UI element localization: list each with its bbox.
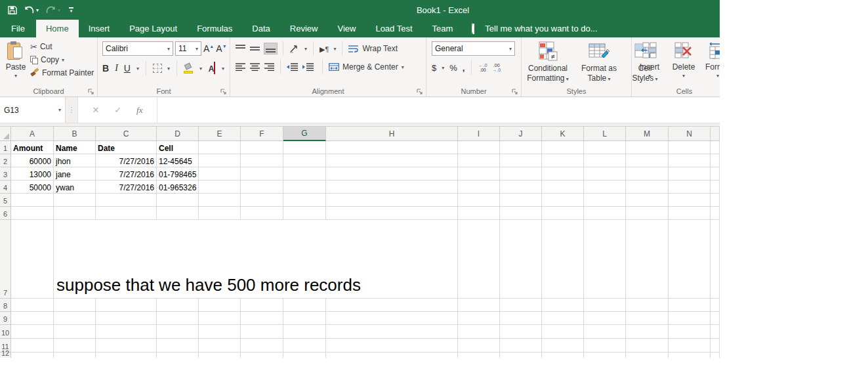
- cell-F8[interactable]: [241, 299, 283, 312]
- cell-H2[interactable]: [326, 154, 458, 167]
- cell-A6[interactable]: [11, 207, 54, 220]
- cell-I8[interactable]: [458, 299, 500, 312]
- cell-D9[interactable]: [157, 312, 199, 325]
- merge-center-button[interactable]: Merge & Center ▾: [329, 62, 404, 72]
- row-header-7[interactable]: 7: [0, 220, 11, 299]
- cell-N2[interactable]: [669, 154, 711, 167]
- cell-I11[interactable]: [458, 339, 500, 352]
- cell-I1[interactable]: [458, 141, 500, 154]
- cell-G10[interactable]: [283, 325, 326, 339]
- cell-D4[interactable]: 01-965326: [157, 181, 199, 194]
- cell-H8[interactable]: [326, 299, 458, 312]
- cell-F3[interactable]: [241, 167, 283, 181]
- number-format-dropdown-icon[interactable]: ▾: [509, 46, 512, 52]
- cell-A3[interactable]: 13000: [11, 167, 54, 181]
- wrap-text-button[interactable]: Wrap Text: [348, 44, 398, 53]
- cell-partial-10[interactable]: [711, 325, 720, 339]
- cell-I9[interactable]: [458, 312, 500, 325]
- align-center-button[interactable]: [250, 63, 260, 71]
- cell-M7[interactable]: [626, 220, 669, 299]
- cell-B8[interactable]: [54, 299, 96, 312]
- cell-I12[interactable]: [458, 352, 500, 358]
- cell-J12[interactable]: [500, 352, 542, 358]
- cell-A4[interactable]: 50000: [11, 181, 54, 194]
- cell-E2[interactable]: [199, 154, 241, 167]
- top-align-button[interactable]: [236, 45, 245, 53]
- cell-L3[interactable]: [584, 167, 626, 181]
- cell-K5[interactable]: [542, 194, 584, 207]
- cell-C1[interactable]: Date: [96, 141, 157, 154]
- cell-K7[interactable]: [542, 220, 584, 299]
- cell-N11[interactable]: [669, 339, 711, 352]
- tab-home[interactable]: Home: [36, 20, 79, 37]
- column-header-G[interactable]: G: [283, 127, 326, 141]
- cell-D6[interactable]: [157, 207, 199, 220]
- column-header-E[interactable]: E: [199, 127, 241, 141]
- cell-D8[interactable]: [157, 299, 199, 312]
- orientation-dropdown-icon[interactable]: ▾: [304, 46, 307, 52]
- borders-button[interactable]: [153, 64, 162, 73]
- increase-indent-button[interactable]: [302, 63, 314, 71]
- cell-D5[interactable]: [157, 194, 199, 207]
- cell-F5[interactable]: [241, 194, 283, 207]
- cell-A8[interactable]: [11, 299, 54, 312]
- cell-B10[interactable]: [54, 325, 96, 339]
- format-painter-button[interactable]: Format Painter: [30, 66, 94, 79]
- cell-K1[interactable]: [542, 141, 584, 154]
- alignment-dialog-launcher-icon[interactable]: [417, 89, 423, 95]
- cell-N1[interactable]: [669, 141, 711, 154]
- cell-F11[interactable]: [241, 339, 283, 352]
- formula-input[interactable]: [157, 97, 720, 123]
- cell-E9[interactable]: [199, 312, 241, 325]
- cell-H12[interactable]: [326, 352, 458, 358]
- tab-page-layout[interactable]: Page Layout: [119, 20, 187, 37]
- cell-B1[interactable]: Name: [54, 141, 96, 154]
- select-all-corner[interactable]: [0, 127, 11, 141]
- cell-A1[interactable]: Amount: [11, 141, 54, 154]
- cell-L4[interactable]: [584, 181, 626, 194]
- cell-C9[interactable]: [96, 312, 157, 325]
- cell-L10[interactable]: [584, 325, 626, 339]
- cell-J11[interactable]: [500, 339, 542, 352]
- cell-I4[interactable]: [458, 181, 500, 194]
- italic-button[interactable]: I: [115, 63, 118, 74]
- cell-M3[interactable]: [626, 167, 669, 181]
- tab-formulas[interactable]: Formulas: [187, 20, 242, 37]
- format-dropdown-icon[interactable]: ▾: [704, 73, 720, 79]
- cell-B3[interactable]: jane: [54, 167, 96, 181]
- cell-G3[interactable]: [283, 167, 326, 181]
- cell-L7[interactable]: [584, 220, 626, 299]
- column-header-K[interactable]: K: [542, 127, 584, 141]
- name-box[interactable]: G13 ▾: [0, 97, 66, 123]
- cell-K2[interactable]: [542, 154, 584, 167]
- cell-N7[interactable]: [669, 220, 711, 299]
- currency-format-button[interactable]: $: [432, 63, 436, 73]
- cell-G12[interactable]: [283, 352, 326, 358]
- cell-N10[interactable]: [669, 325, 711, 339]
- paste-button[interactable]: Paste ▾: [3, 41, 29, 79]
- font-name-dropdown-icon[interactable]: ▾: [167, 46, 170, 52]
- cell-J2[interactable]: [500, 154, 542, 167]
- cell-L8[interactable]: [584, 299, 626, 312]
- cell-K3[interactable]: [542, 167, 584, 181]
- orientation-button[interactable]: [289, 45, 300, 53]
- cell-J9[interactable]: [500, 312, 542, 325]
- decrease-indent-button[interactable]: [287, 63, 298, 71]
- cell-I3[interactable]: [458, 167, 500, 181]
- cell-J7[interactable]: [500, 220, 542, 299]
- clipboard-dialog-launcher-icon[interactable]: [88, 89, 94, 95]
- text-direction-dropdown-icon[interactable]: ▾: [333, 46, 336, 52]
- tab-view[interactable]: View: [327, 20, 365, 37]
- cell-I7[interactable]: [458, 220, 500, 299]
- tab-load-test[interactable]: Load Test: [365, 20, 422, 37]
- cell-I6[interactable]: [458, 207, 500, 220]
- cell-partial-6[interactable]: [711, 207, 720, 220]
- cell-G1[interactable]: [283, 141, 326, 154]
- cell-I10[interactable]: [458, 325, 500, 339]
- cell-I5[interactable]: [458, 194, 500, 207]
- cell-E12[interactable]: [199, 352, 241, 358]
- cell-A12[interactable]: [11, 352, 54, 358]
- cell-L5[interactable]: [584, 194, 626, 207]
- undo-button[interactable]: ▾: [22, 4, 41, 16]
- font-size-dropdown-icon[interactable]: ▾: [196, 46, 198, 52]
